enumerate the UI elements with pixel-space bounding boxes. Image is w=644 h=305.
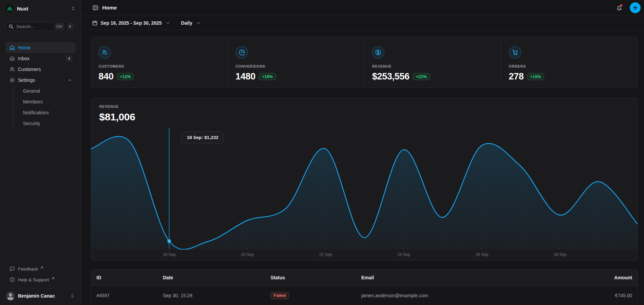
filter-bar: Sep 16, 2025 - Sep 30, 2025 Daily <box>81 16 644 30</box>
users-icon <box>99 46 111 58</box>
external-link-icon <box>40 266 44 269</box>
stat-label: REVENUE <box>372 64 494 68</box>
x-axis-label: 20 Sep <box>241 252 254 257</box>
hover-point <box>168 240 171 243</box>
col-status: Status <box>271 275 361 280</box>
cell-id: #4597 <box>96 293 163 298</box>
stat-delta-badge: +22% <box>413 73 430 80</box>
x-axis-label: 22 Sep <box>319 252 332 257</box>
stat-delta-badge: +16% <box>259 73 276 80</box>
inbox-count-badge: 4 <box>66 55 72 62</box>
chevrons-up-down-icon <box>70 294 75 298</box>
table-header-row: ID Date Status Email Amount <box>91 269 638 286</box>
info-circle-icon <box>9 277 15 282</box>
home-icon <box>9 45 15 50</box>
sidebar: Nuxt Search... Ctrl K Home Inbox 4 <box>0 0 81 305</box>
granularity-value: Daily <box>181 20 192 26</box>
stat-label: ORDERS <box>509 64 630 68</box>
status-badge: Failed <box>271 292 289 299</box>
workspace-switcher[interactable]: Nuxt <box>5 3 76 14</box>
revenue-area-chart[interactable]: 18 Sep: $1,232 <box>91 128 638 250</box>
user-menu[interactable]: Benjamin Canac <box>5 288 76 302</box>
users-icon <box>9 67 15 72</box>
sidebar-item-home[interactable]: Home <box>5 42 76 53</box>
sidebar-subitem-notifications[interactable]: Notifications <box>18 107 76 118</box>
date-range-picker[interactable]: Sep 16, 2025 - Sep 30, 2025 <box>92 20 170 26</box>
workspace-name: Nuxt <box>17 6 68 11</box>
circle-dollar-icon <box>372 46 384 58</box>
stat-value: 1480 <box>236 71 256 82</box>
stat-revenue[interactable]: REVENUE $253,556 +22% <box>364 37 501 88</box>
search-icon <box>8 24 14 29</box>
topbar: Home <box>81 0 644 16</box>
revenue-chart-value: $81,006 <box>99 111 629 123</box>
chevron-down-icon <box>166 21 170 25</box>
sidebar-subitem-members[interactable]: Members <box>18 96 76 107</box>
table-row[interactable]: #4597 Sep 30, 15:28 Failed james.anderso… <box>91 286 638 305</box>
search-placeholder: Search... <box>16 24 52 29</box>
revenue-chart-card: REVENUE $81,006 18 Sep: $1,232 18 Sep20 … <box>91 97 638 261</box>
nuxt-logo-icon <box>5 4 14 13</box>
search-input[interactable]: Search... Ctrl K <box>5 22 76 31</box>
stat-delta-badge: +12% <box>117 73 134 80</box>
stat-value: 840 <box>99 71 113 82</box>
revenue-chart-label: REVENUE <box>99 104 629 109</box>
x-axis-label: 24 Sep <box>397 252 410 257</box>
sidebar-item-settings[interactable]: Settings <box>5 75 76 86</box>
cell-amount: €745.00 <box>595 293 632 298</box>
avatar <box>6 291 15 300</box>
stat-label: CUSTOMERS <box>99 64 220 68</box>
add-button[interactable] <box>630 2 641 13</box>
settings-subnav: General Members Notifications Security <box>5 86 76 129</box>
stat-value: 278 <box>509 71 524 82</box>
sidebar-collapse-icon[interactable] <box>92 5 99 11</box>
feedback-link[interactable]: Feedback <box>5 263 76 274</box>
sidebar-item-inbox[interactable]: Inbox 4 <box>5 53 76 64</box>
stat-value: $253,556 <box>372 71 409 82</box>
external-link-icon <box>51 277 55 280</box>
help-support-link[interactable]: Help & Support <box>5 274 76 285</box>
x-axis-label: 28 Sep <box>554 252 566 257</box>
sidebar-nav: Home Inbox 4 Customers Settings <box>5 42 76 86</box>
page-title: Home <box>102 5 614 11</box>
x-axis-label: 18 Sep <box>163 252 176 257</box>
cell-status: Failed <box>271 292 361 299</box>
stat-delta-badge: +15% <box>527 73 544 80</box>
stat-customers[interactable]: CUSTOMERS 840 +12% <box>91 37 228 88</box>
speech-bubble-icon <box>9 266 15 272</box>
granularity-select[interactable]: Daily <box>181 20 201 26</box>
plus-icon <box>632 5 638 10</box>
sidebar-subitem-security[interactable]: Security <box>18 118 76 129</box>
kbd-k: K <box>67 23 73 29</box>
pie-chart-icon <box>236 46 248 58</box>
col-id: ID <box>96 275 163 280</box>
col-amount: Amount <box>595 275 632 280</box>
calendar-icon <box>92 20 98 26</box>
notifications-button[interactable] <box>614 2 625 14</box>
stats-row: CUSTOMERS 840 +12% CONVERSIONS 1480 +16% <box>91 37 638 88</box>
shopping-cart-icon <box>509 46 521 58</box>
date-range-value: Sep 16, 2025 - Sep 30, 2025 <box>101 20 162 26</box>
col-email: Email <box>361 275 595 280</box>
sidebar-subitem-general[interactable]: General <box>18 86 76 96</box>
stat-conversions[interactable]: CONVERSIONS 1480 +16% <box>228 37 365 88</box>
inbox-icon <box>9 56 15 61</box>
chart-x-axis: 18 Sep20 Sep22 Sep24 Sep26 Sep28 Sep <box>91 250 638 260</box>
cell-date: Sep 30, 15:28 <box>163 293 271 298</box>
stat-label: CONVERSIONS <box>236 64 357 68</box>
col-date: Date <box>163 275 271 280</box>
chevron-up-icon <box>67 78 72 83</box>
stat-orders[interactable]: ORDERS 278 +15% <box>501 37 638 88</box>
x-axis-label: 26 Sep <box>475 252 488 257</box>
sidebar-item-customers[interactable]: Customers <box>5 64 76 75</box>
kbd-ctrl: Ctrl <box>55 23 64 29</box>
chevrons-up-down-icon <box>71 6 76 11</box>
orders-table: ID Date Status Email Amount #4597 Sep 30… <box>91 269 638 305</box>
content: CUSTOMERS 840 +12% CONVERSIONS 1480 +16% <box>81 30 644 305</box>
user-name: Benjamin Canac <box>18 293 67 299</box>
cell-email: james.anderson@example.com <box>361 293 595 298</box>
gear-icon <box>9 77 15 83</box>
main-area: Home Sep 16, 2025 - Sep 30, 2025 Daily <box>81 0 644 305</box>
chevron-down-icon <box>196 21 201 25</box>
